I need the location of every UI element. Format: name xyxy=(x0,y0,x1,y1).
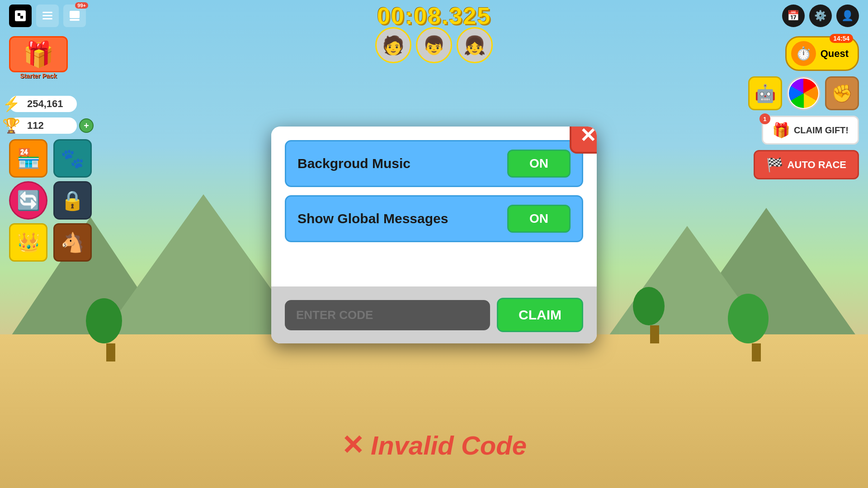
invalid-code-message: ✕ Invalid Code xyxy=(341,429,527,461)
close-button[interactable]: ✕ xyxy=(570,127,597,154)
global-messages-label: Show Global Messages xyxy=(297,211,448,226)
global-messages-row: Show Global Messages ON xyxy=(285,195,583,242)
modal-overlay: Settings! ✕ Backgroud Music ON Show Glob… xyxy=(0,0,868,488)
settings-modal: Settings! ✕ Backgroud Music ON Show Glob… xyxy=(271,127,597,343)
invalid-code-text: Invalid Code xyxy=(371,430,527,460)
enter-code-input[interactable] xyxy=(285,300,490,330)
global-messages-toggle[interactable]: ON xyxy=(507,205,571,233)
claim-button[interactable]: CLAIM xyxy=(497,298,583,332)
modal-footer: CLAIM xyxy=(271,286,597,343)
background-music-label: Backgroud Music xyxy=(297,156,410,171)
modal-body: Backgroud Music ON Show Global Messages … xyxy=(271,127,597,286)
close-icon: ✕ xyxy=(580,127,596,145)
modal-spacer xyxy=(285,250,583,286)
invalid-x-icon: ✕ xyxy=(341,429,364,461)
background-music-toggle[interactable]: ON xyxy=(507,150,571,178)
background-music-row: Backgroud Music ON xyxy=(285,140,583,187)
